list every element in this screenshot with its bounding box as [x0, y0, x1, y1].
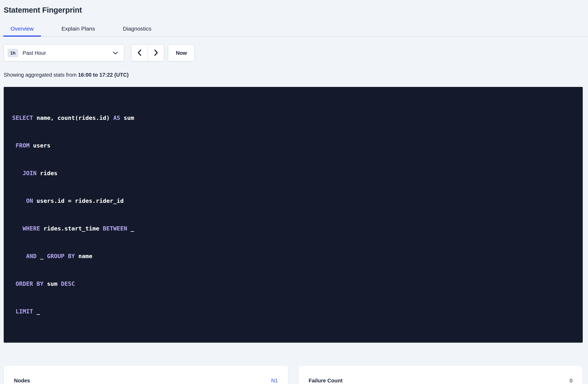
sql-line: JOIN rides: [12, 169, 574, 178]
failure-count-label: Failure Count: [309, 377, 343, 384]
execution-attributes-card: Failure Count 0 Full scan? Yes Vectorize…: [298, 366, 583, 384]
sql-keyword: LIMIT: [16, 308, 33, 315]
sql-keyword: DESC: [61, 280, 75, 287]
sql-keyword: ORDER BY: [16, 280, 43, 287]
sql-keyword: FROM: [16, 142, 29, 149]
sql-text: [12, 198, 26, 204]
sql-text: [12, 308, 16, 315]
stats-note-prefix: Showing aggregated stats from: [4, 72, 78, 78]
sql-text: _: [37, 253, 47, 259]
nodes-link[interactable]: N1: [271, 377, 278, 384]
sql-keyword: ON: [26, 198, 33, 204]
sql-line: FROM users: [12, 141, 574, 150]
sql-text: name: [75, 253, 92, 259]
nodes-label: Nodes: [14, 377, 30, 384]
sql-keyword: AND: [26, 253, 37, 259]
tab-explain-plans[interactable]: Explain Plans: [54, 22, 102, 36]
sql-text: [12, 170, 23, 176]
sql-statement-box: SELECT name, count(rides.id) AS sum FROM…: [4, 87, 583, 343]
sql-line: LIMIT _: [12, 307, 574, 316]
sql-text: rides: [37, 170, 57, 176]
sql-text: [12, 142, 16, 149]
sql-keyword: SELECT: [12, 115, 33, 121]
sql-keyword: GROUP BY: [47, 253, 75, 259]
sql-line: AND _ GROUP BY name: [12, 252, 574, 261]
sql-text: name, count(rides.id): [33, 115, 113, 121]
sql-keyword: BETWEEN: [103, 225, 127, 232]
sql-text: sum: [120, 115, 134, 121]
time-range-label: Past Hour: [23, 50, 46, 56]
sql-text: users.id = rides.rider_id: [33, 198, 123, 204]
sql-text: [12, 280, 16, 287]
sql-text: sum: [43, 280, 61, 287]
sql-keyword: AS: [113, 115, 120, 121]
sql-text: _: [33, 308, 40, 315]
sql-line: WHERE rides.start_time BETWEEN _: [12, 224, 574, 233]
statement-fingerprint-page: Statement Fingerprint Overview Explain P…: [0, 6, 588, 384]
sql-text: [12, 225, 23, 232]
sql-line: ON users.id = rides.rider_id: [12, 196, 574, 205]
tab-diagnostics[interactable]: Diagnostics: [116, 22, 159, 36]
stats-note-range: 16:00 to 17:22 (UTC): [78, 72, 128, 78]
sql-text: [12, 253, 26, 259]
sql-keyword: WHERE: [23, 225, 40, 232]
next-time-button[interactable]: [148, 45, 164, 61]
sql-line: ORDER BY sum DESC: [12, 279, 574, 288]
failure-count-value: 0: [570, 377, 572, 384]
time-nav-group: [131, 45, 164, 61]
sql-line: SELECT name, count(rides.id) AS sum: [12, 113, 574, 122]
time-range-badge: 1h: [8, 49, 18, 57]
nodes-row: Nodes N1: [14, 377, 278, 384]
now-button[interactable]: Now: [168, 45, 195, 61]
failure-count-row: Failure Count 0: [309, 377, 573, 384]
statement-details-card: Nodes N1 Regions local Database movr App…: [4, 366, 288, 384]
prev-time-button[interactable]: [131, 45, 148, 61]
sql-text: users: [29, 142, 50, 149]
sql-text: _: [127, 225, 134, 232]
time-range-dropdown[interactable]: 1h Past Hour: [4, 45, 124, 61]
sql-keyword: JOIN: [23, 170, 37, 176]
time-picker: 1h Past Hour Now: [4, 45, 583, 61]
chevron-right-icon: [153, 49, 159, 57]
aggregated-stats-note: Showing aggregated stats from 16:00 to 1…: [4, 72, 583, 78]
page-title: Statement Fingerprint: [4, 6, 583, 14]
chevron-left-icon: [137, 49, 142, 57]
chevron-down-icon: [113, 51, 118, 55]
sql-text: rides.start_time: [40, 225, 103, 232]
tab-overview[interactable]: Overview: [3, 22, 41, 36]
tab-bar: Overview Explain Plans Diagnostics: [0, 22, 588, 37]
overview-cards-row: Nodes N1 Regions local Database movr App…: [4, 366, 583, 384]
